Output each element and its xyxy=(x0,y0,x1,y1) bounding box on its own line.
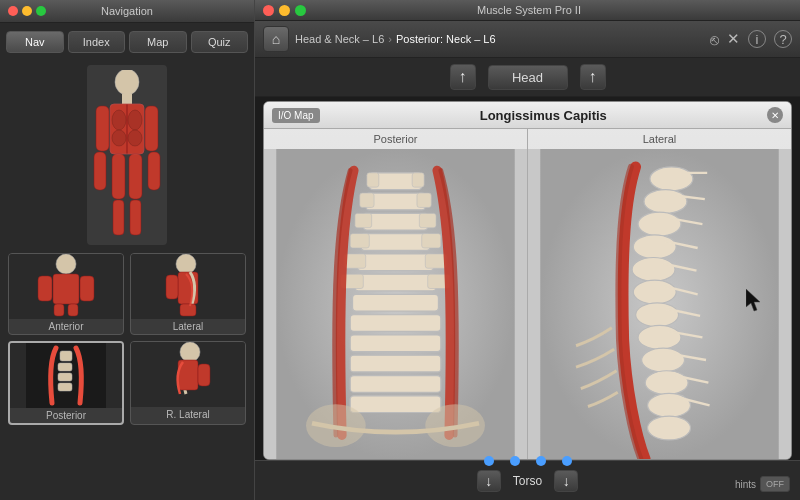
svg-point-18 xyxy=(56,254,76,274)
tab-map[interactable]: Map xyxy=(129,31,187,53)
svg-point-25 xyxy=(176,254,196,274)
breadcrumb: Head & Neck – L6 › Posterior: Neck – L6 xyxy=(295,33,704,45)
svg-rect-60 xyxy=(350,355,441,372)
svg-point-73 xyxy=(638,325,681,349)
io-map-close-button[interactable]: ✕ xyxy=(767,107,783,123)
thumb-r-lateral[interactable]: R. Lateral xyxy=(130,341,246,425)
svg-point-71 xyxy=(633,280,676,304)
svg-rect-19 xyxy=(53,274,79,304)
svg-point-7 xyxy=(128,130,142,146)
io-map-title: Longissimus Capitis xyxy=(320,108,767,123)
svg-rect-23 xyxy=(68,304,78,316)
head-nav-label[interactable]: Head xyxy=(488,65,568,90)
view-label-lateral: Lateral xyxy=(643,129,677,149)
svg-rect-53 xyxy=(425,254,446,268)
svg-rect-11 xyxy=(148,152,160,190)
thumb-lateral[interactable]: Lateral xyxy=(130,253,246,335)
svg-point-77 xyxy=(648,416,691,440)
view-image-lateral xyxy=(528,149,791,459)
svg-rect-40 xyxy=(367,173,379,187)
io-map-body: Posterior xyxy=(264,129,791,459)
svg-point-5 xyxy=(128,110,142,130)
svg-rect-46 xyxy=(355,213,372,227)
torso-nav-label: Torso xyxy=(513,474,542,488)
svg-point-6 xyxy=(112,130,126,146)
body-svg xyxy=(92,70,162,240)
svg-rect-33 xyxy=(58,383,72,391)
svg-rect-54 xyxy=(355,274,436,291)
svg-rect-44 xyxy=(417,193,431,207)
toolbar-row: ⌂ Head & Neck – L6 › Posterior: Neck – L… xyxy=(255,21,800,58)
content-area: I/O Map Longissimus Capitis ✕ Posterior xyxy=(255,97,800,500)
svg-rect-15 xyxy=(130,200,141,235)
view-label-posterior: Posterior xyxy=(373,129,417,149)
io-map-tag: I/O Map xyxy=(272,108,320,123)
thumb-posterior[interactable]: Posterior xyxy=(8,341,124,425)
svg-rect-30 xyxy=(60,351,72,361)
close-button-main[interactable] xyxy=(263,5,274,16)
nav-titlebar: Navigation xyxy=(0,0,254,23)
svg-rect-32 xyxy=(58,373,72,381)
torso-nav-down-right[interactable]: ↓ xyxy=(554,470,578,492)
breadcrumb-parent[interactable]: Head & Neck – L6 xyxy=(295,33,384,45)
maximize-button-nav[interactable] xyxy=(36,6,46,16)
head-nav-bar: ↑ Head ↑ xyxy=(255,58,800,97)
io-map-header: I/O Map Longissimus Capitis ✕ xyxy=(264,102,791,129)
svg-point-35 xyxy=(180,342,200,362)
tab-index[interactable]: Index xyxy=(68,31,126,53)
svg-rect-52 xyxy=(344,254,365,268)
tab-nav[interactable]: Nav xyxy=(6,31,64,53)
posterior-anatomy-svg xyxy=(264,149,527,459)
view-panel-lateral: Lateral xyxy=(528,129,791,459)
svg-point-76 xyxy=(648,393,691,417)
r-lateral-svg xyxy=(131,342,245,407)
svg-rect-8 xyxy=(96,106,109,151)
svg-rect-20 xyxy=(38,276,52,301)
nav-window-title: Navigation xyxy=(101,5,153,17)
svg-rect-59 xyxy=(350,335,441,352)
head-nav-up-left[interactable]: ↑ xyxy=(450,64,476,90)
minimize-button-nav[interactable] xyxy=(22,6,32,16)
svg-rect-42 xyxy=(366,193,426,210)
thumb-img-posterior xyxy=(10,343,122,408)
torso-dot-4 xyxy=(562,456,572,466)
minimize-button-main[interactable] xyxy=(279,5,290,16)
svg-rect-21 xyxy=(80,276,94,301)
close-button-nav[interactable] xyxy=(8,6,18,16)
svg-rect-58 xyxy=(350,315,441,332)
svg-rect-48 xyxy=(361,234,430,251)
svg-rect-62 xyxy=(350,396,441,413)
io-map-panel: I/O Map Longissimus Capitis ✕ Posterior xyxy=(263,101,792,460)
thumb-label-r-lateral: R. Lateral xyxy=(166,407,209,422)
toolbar-icons: ⎋ ✕ i ? xyxy=(710,30,792,48)
help-icon[interactable]: ? xyxy=(774,30,792,48)
svg-point-0 xyxy=(115,70,139,95)
share-icon[interactable]: ⎋ xyxy=(710,31,719,48)
head-nav-up-right[interactable]: ↑ xyxy=(580,64,606,90)
main-panel: Muscle System Pro II ⌂ Head & Neck – L6 … xyxy=(255,0,800,500)
anterior-svg xyxy=(9,254,123,319)
thumb-anterior[interactable]: Anterior xyxy=(8,253,124,335)
svg-rect-47 xyxy=(419,213,436,227)
close-x-icon[interactable]: ✕ xyxy=(727,30,740,48)
main-traffic-lights xyxy=(263,5,306,16)
svg-rect-57 xyxy=(353,294,439,311)
maximize-button-main[interactable] xyxy=(295,5,306,16)
svg-rect-27 xyxy=(166,275,178,299)
thumb-img-anterior xyxy=(9,254,123,319)
nav-body-container: Anterior Later xyxy=(0,61,254,500)
thumb-label-anterior: Anterior xyxy=(48,319,83,334)
svg-point-75 xyxy=(645,371,688,395)
tab-quiz[interactable]: Quiz xyxy=(191,31,249,53)
info-icon[interactable]: i xyxy=(748,30,766,48)
thumb-img-lateral xyxy=(131,254,245,319)
torso-dot-2 xyxy=(510,456,520,466)
lateral-anatomy-svg xyxy=(528,149,791,459)
torso-nav-down-left[interactable]: ↓ xyxy=(477,470,501,492)
svg-rect-1 xyxy=(122,94,132,104)
home-button[interactable]: ⌂ xyxy=(263,26,289,52)
svg-rect-14 xyxy=(113,200,124,235)
hints-toggle-button[interactable]: OFF xyxy=(760,476,790,492)
svg-point-66 xyxy=(650,167,693,191)
posterior-svg xyxy=(10,343,122,408)
